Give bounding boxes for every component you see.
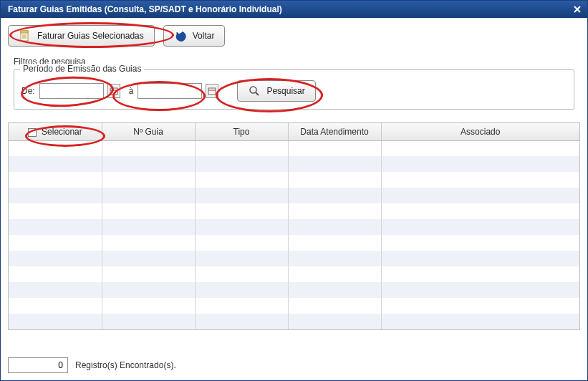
toolbar: Faturar Guias Selecionadas Voltar — [1, 18, 587, 51]
voltar-label: Voltar — [193, 31, 215, 41]
faturar-guias-label: Faturar Guias Selecionadas — [37, 31, 144, 41]
svg-point-9 — [250, 87, 256, 93]
table-row — [9, 314, 579, 329]
filters-section: Filtros de pesquisa Período de Emissão d… — [8, 54, 580, 117]
record-count-label: Registro(s) Encontrado(s). — [75, 360, 176, 370]
table-row — [9, 188, 579, 203]
footer: Registro(s) Encontrado(s). — [8, 357, 176, 373]
calendar-icon-a[interactable] — [206, 84, 218, 98]
de-label: De: — [21, 86, 35, 96]
svg-rect-5 — [110, 88, 117, 95]
voltar-button[interactable]: Voltar — [163, 25, 226, 47]
col-header-selecionar[interactable]: Selecionar — [9, 123, 102, 140]
window-titlebar: Faturar Guias Emitidas (Consulta, SP/SAD… — [1, 1, 587, 18]
table-row — [9, 219, 579, 235]
results-grid: Selecionar Nº Guia Tipo Data Atendimento… — [8, 122, 580, 330]
svg-line-10 — [256, 92, 259, 95]
table-row — [9, 251, 579, 266]
col-header-nguia[interactable]: Nº Guia — [102, 123, 195, 140]
table-row — [9, 156, 579, 172]
a-date-input[interactable] — [138, 83, 202, 99]
table-row — [9, 140, 579, 156]
document-icon — [19, 29, 32, 42]
calendar-icon-de[interactable] — [107, 84, 120, 98]
pesquisar-button[interactable]: Pesquisar — [237, 80, 315, 102]
table-row — [9, 235, 579, 251]
col-header-associado[interactable]: Associado — [381, 123, 579, 140]
table-row — [9, 266, 579, 282]
undo-icon — [174, 29, 187, 42]
table-row — [9, 203, 579, 219]
de-date-input[interactable] — [39, 83, 104, 99]
search-icon — [248, 85, 261, 97]
grid-body — [9, 140, 579, 329]
grid-header-row: Selecionar Nº Guia Tipo Data Atendimento… — [9, 123, 579, 140]
a-label: à — [129, 86, 134, 96]
svg-rect-1 — [21, 31, 28, 33]
svg-rect-7 — [208, 88, 216, 95]
table-row — [9, 172, 579, 188]
pesquisar-label: Pesquisar — [266, 86, 304, 96]
table-row — [9, 282, 579, 298]
faturar-guias-button[interactable]: Faturar Guias Selecionadas — [8, 25, 155, 47]
table-row — [9, 298, 579, 314]
window-title: Faturar Guias Emitidas (Consulta, SP/SAD… — [8, 4, 572, 14]
close-icon[interactable] — [572, 4, 583, 15]
record-count-field — [8, 357, 68, 373]
periodo-legend: Período de Emissão das Guias — [20, 64, 144, 74]
col-header-selecionar-label: Selecionar — [42, 127, 82, 137]
select-all-checkbox[interactable] — [28, 128, 37, 137]
periodo-fieldset: Período de Emissão das Guias De: à Pesqu… — [14, 69, 574, 110]
col-header-data[interactable]: Data Atendimento — [288, 123, 381, 140]
col-header-tipo[interactable]: Tipo — [195, 123, 288, 140]
